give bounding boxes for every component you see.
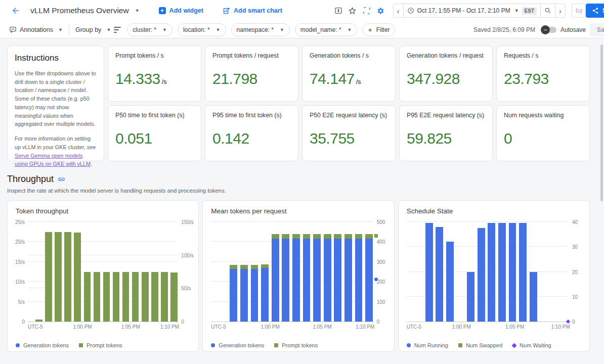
x-axis-tick-label: 1:05 PM — [505, 324, 524, 330]
gke-vllm-doc-link[interactable]: Serve Gemma open models using GPUs on GK… — [15, 153, 91, 167]
blue-circle-legend-icon — [16, 343, 20, 347]
y-axis-tick-label: 0 — [572, 319, 575, 325]
settings-button[interactable] — [374, 4, 388, 17]
add-smart-chart-icon — [223, 7, 230, 15]
legend-label: Num Running — [414, 342, 448, 348]
annotations-caret-icon: ▼ — [58, 27, 63, 32]
legend-label: Num Swapped — [466, 342, 502, 348]
timezone-badge: EST — [522, 7, 537, 15]
chart-title: Schedule State — [399, 207, 589, 215]
instructions-paragraph: Use the filter dropdowns above to drill … — [15, 69, 97, 128]
scorecard-value: 0.142 — [212, 130, 291, 147]
group-by-button[interactable]: Group by ▼ — [75, 26, 111, 33]
chart-plot-area[interactable]: 010203040UTC-51:00 PM1:05 PM1:10 PM — [407, 222, 568, 322]
chart-bar — [425, 223, 433, 322]
legend-item[interactable]: Generation tokens — [16, 342, 69, 348]
y-axis-tick-label: 50/s — [181, 286, 191, 291]
search-icon — [544, 7, 551, 14]
chart-bar — [467, 272, 474, 322]
info-panel-button[interactable] — [331, 4, 346, 17]
scorecard-generation-tokens-per-request: Generation tokens / request 347.928 — [399, 46, 493, 102]
scorecard-value: 35.755 — [310, 130, 388, 147]
legend-label: Num Waiting — [520, 342, 551, 348]
scorecard-value: 347.928 — [407, 70, 485, 87]
time-range-picker[interactable]: Oct 17, 1:55 PM - Oct 17, 2:10 PM ▼ EST — [404, 4, 540, 17]
legend-item[interactable]: Num Swapped — [458, 342, 502, 348]
section-link-icon[interactable] — [58, 175, 65, 183]
chart-bar — [122, 272, 130, 322]
add-widget-icon: + — [159, 7, 166, 14]
chart-bar — [251, 265, 258, 322]
green-square-legend-icon — [79, 343, 83, 347]
back-button[interactable] — [9, 4, 22, 17]
chart-legend: Generation tokensPrompt tokens — [8, 342, 198, 348]
section-subtitle: Inspect the rate at which the model serv… — [7, 188, 590, 194]
chevron-down-icon: ▼ — [348, 27, 352, 32]
x-axis-tick-mark — [515, 322, 515, 324]
x-axis-tick-label: 1:05 PM — [121, 324, 140, 330]
legend-item[interactable]: Generation tokens — [211, 342, 264, 348]
chart-gridline — [407, 221, 568, 222]
legend-item[interactable]: Prompt tokens — [79, 342, 122, 348]
chart-bar — [170, 272, 178, 322]
chart-legend: Num RunningNum SwappedNum Waiting — [399, 342, 589, 348]
x-axis-tick-label: 1:05 PM — [313, 324, 331, 330]
y-axis-tick-label: 100 — [377, 299, 385, 304]
filter-chip-namespace[interactable]: namespace: * ▼ — [231, 23, 290, 36]
autosave-toggle[interactable]: − — [542, 27, 556, 33]
chart-plot-area[interactable]: 05/s10/s15/s20/s25/s050/s100/s150/sUTC-5… — [28, 222, 177, 322]
chart-bar — [365, 234, 373, 322]
filter-chip-model-name[interactable]: model_name: * ▼ — [295, 23, 358, 36]
unlink-button[interactable] — [572, 4, 586, 18]
chart-bar — [334, 234, 341, 322]
share-button[interactable]: SHARE — [586, 4, 604, 18]
chart-bar — [355, 234, 363, 322]
scorecard-num-requests-waiting: Num requests waiting 0 — [496, 105, 590, 161]
favorite-star-button[interactable] — [346, 4, 360, 17]
time-range-text: Oct 17, 1:55 PM - Oct 17, 2:10 PM — [417, 7, 510, 14]
chart-card-token-throughput: Token throughput 05/s10/s15/s20/s25/s050… — [7, 200, 199, 352]
annotations-button[interactable]: Annotations ▼ — [9, 26, 63, 33]
legend-item[interactable]: Num Running — [407, 342, 448, 348]
title-caret-icon[interactable]: ▼ — [135, 8, 140, 13]
scorecard-value: 59.825 — [407, 130, 485, 147]
legend-item[interactable]: Num Waiting — [512, 342, 551, 348]
scorecard-prompt-tokens-per-request: Prompt tokens / request 21.798 — [205, 46, 298, 102]
plus-icon: + — [368, 26, 372, 34]
x-axis-tick-label: 1:00 PM — [452, 324, 471, 330]
time-search-button[interactable] — [541, 4, 555, 17]
instructions-card: Instructions Use the filter dropdowns ab… — [7, 46, 104, 161]
time-range-back-button[interactable]: ‹ — [394, 4, 403, 17]
y-axis-tick-label: 10/s — [15, 279, 25, 285]
chart-bar — [324, 234, 331, 322]
add-smart-chart-button[interactable]: Add smart chart — [223, 7, 282, 15]
save-button[interactable]: Save — [590, 23, 604, 36]
page-title: vLLM Prometheus Overview — [30, 6, 129, 15]
scorecard-value: 74.147/s — [310, 70, 388, 87]
fullscreen-button[interactable] — [360, 4, 374, 17]
filter-chip-location[interactable]: location: * ▼ — [178, 23, 226, 36]
x-axis-tick-label: UTC-5 — [407, 324, 421, 330]
chart-bar — [282, 234, 289, 322]
add-filter-button[interactable]: + Filter — [362, 23, 395, 36]
chart-bar — [35, 320, 42, 322]
x-axis-tick-label: UTC-5 — [28, 324, 42, 330]
y-axis-tick-label: 150/s — [181, 219, 193, 225]
add-widget-button[interactable]: + Add widget — [159, 7, 203, 14]
legend-label: Prompt tokens — [282, 342, 318, 348]
filter-chip-cluster[interactable]: cluster: * ▼ — [127, 23, 172, 36]
green-square-legend-icon — [458, 343, 462, 347]
time-range-forward-button[interactable]: › — [555, 4, 565, 17]
y-axis-tick-label: 25/s — [15, 219, 25, 225]
legend-label: Generation tokens — [219, 342, 264, 348]
chart-plot-area[interactable]: 0100200300400500UTC-51:00 PM1:05 PM1:10 … — [211, 222, 372, 322]
scrollbar-thumb[interactable] — [600, 44, 603, 201]
x-axis-tick-label: 1:10 PM — [160, 324, 179, 330]
chart-bar — [230, 265, 237, 322]
y-axis-tick-label: 40 — [572, 219, 578, 225]
filter-list-icon[interactable] — [114, 27, 121, 33]
legend-item[interactable]: Prompt tokens — [274, 342, 318, 348]
group-by-caret-icon: ▼ — [106, 27, 111, 32]
x-axis-tick-mark — [82, 322, 83, 324]
chart-legend: Generation tokensPrompt tokens — [203, 342, 394, 348]
